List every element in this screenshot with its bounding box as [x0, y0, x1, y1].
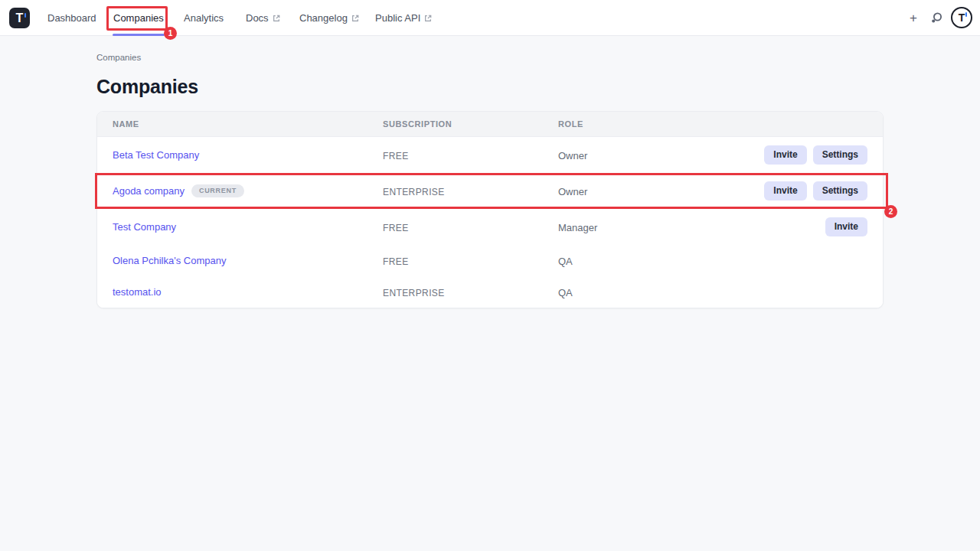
- active-tab-underline: [113, 34, 165, 36]
- subscription-value: ENTERPRISE: [383, 288, 445, 298]
- subscription-value: FREE: [383, 223, 409, 233]
- table-row: testomat.io ENTERPRISE QA: [97, 276, 883, 308]
- column-header-name: NAME: [97, 119, 383, 129]
- top-navigation-bar: T Dashboard Companies Analytics Docs Cha…: [0, 0, 980, 36]
- annotation-number-badge: 2: [884, 205, 897, 218]
- column-header-role: ROLE: [558, 119, 661, 129]
- external-link-icon: [273, 15, 280, 22]
- subscription-value: FREE: [383, 256, 409, 267]
- company-link[interactable]: testomat.io: [113, 286, 162, 298]
- nav-item-label: Public API: [375, 12, 420, 24]
- external-link-icon: [424, 15, 432, 22]
- nav-item-changelog[interactable]: Changelog: [299, 0, 359, 36]
- role-value: QA: [558, 287, 573, 298]
- plus-icon: +: [910, 11, 917, 26]
- nav-item-label: Dashboard: [47, 12, 96, 24]
- user-avatar[interactable]: T: [951, 7, 972, 28]
- current-company-badge: CURRENT: [191, 184, 244, 197]
- nav-item-analytics[interactable]: Analytics: [184, 0, 224, 36]
- table-row: Olena Pchilka's Company FREE QA: [97, 245, 883, 276]
- avatar-logo-letter: T: [959, 12, 965, 23]
- nav-item-label: Docs: [246, 12, 269, 24]
- page-title: Companies: [96, 76, 198, 98]
- role-value: Manager: [558, 222, 597, 233]
- company-link[interactable]: Beta Test Company: [113, 149, 199, 161]
- invite-button[interactable]: Invite: [825, 217, 867, 236]
- breadcrumb[interactable]: Companies: [96, 53, 141, 62]
- role-value: Owner: [558, 186, 587, 197]
- nav-item-label: Companies: [113, 12, 164, 24]
- table-header-row: NAME SUBSCRIPTION ROLE: [97, 112, 883, 137]
- companies-table: NAME SUBSCRIPTION ROLE Beta Test Company…: [96, 111, 884, 308]
- invite-button[interactable]: Invite: [764, 181, 806, 201]
- settings-button[interactable]: Settings: [813, 181, 867, 201]
- invite-button[interactable]: Invite: [764, 145, 806, 165]
- search-icon[interactable]: [929, 0, 944, 36]
- table-row: Test Company FREE Manager Invite: [97, 209, 883, 245]
- table-row: Beta Test Company FREE Owner Invite Sett…: [97, 137, 883, 173]
- settings-button[interactable]: Settings: [813, 145, 867, 165]
- app-logo[interactable]: T: [9, 8, 30, 28]
- role-value: QA: [558, 256, 573, 267]
- table-row-agoda-company: Agoda company CURRENT ENTERPRISE Owner I…: [97, 173, 883, 209]
- company-link[interactable]: Test Company: [113, 221, 176, 233]
- company-link[interactable]: Agoda company: [113, 185, 185, 197]
- nav-item-dashboard[interactable]: Dashboard: [47, 0, 96, 36]
- role-value: Owner: [558, 150, 587, 161]
- nav-item-companies[interactable]: Companies: [113, 0, 164, 36]
- nav-item-public-api[interactable]: Public API: [375, 0, 432, 36]
- nav-item-label: Changelog: [299, 12, 348, 24]
- nav-item-docs[interactable]: Docs: [246, 0, 280, 36]
- app-logo-letter: T: [16, 12, 24, 24]
- nav-item-label: Analytics: [184, 12, 224, 24]
- column-header-subscription: SUBSCRIPTION: [383, 119, 558, 129]
- subscription-value: ENTERPRISE: [383, 187, 445, 197]
- add-button[interactable]: +: [906, 0, 920, 36]
- external-link-icon: [351, 15, 359, 22]
- subscription-value: FREE: [383, 151, 409, 161]
- company-link[interactable]: Olena Pchilka's Company: [113, 255, 226, 266]
